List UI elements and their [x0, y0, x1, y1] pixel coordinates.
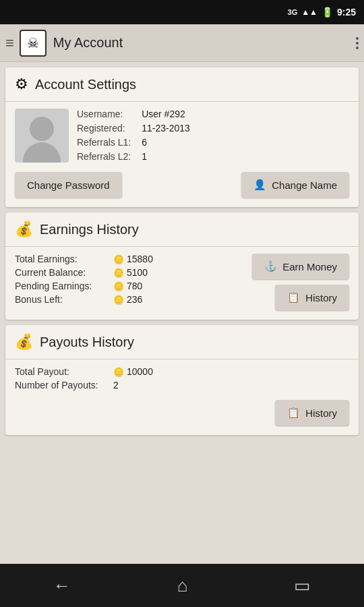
num-payouts-value: 2 [113, 380, 119, 391]
anchor-icon: ⚓ [264, 260, 277, 272]
more-options-button[interactable] [356, 37, 359, 49]
account-info-table: Username: User #292 Registered: 11-23-20… [77, 109, 190, 163]
total-earnings-label: Total Earnings: [15, 254, 109, 264]
change-name-label: Change Name [272, 179, 337, 191]
back-button[interactable]: ← [40, 569, 84, 603]
account-actions: Change Password 👤 Change Name [5, 172, 359, 198]
earnings-icon: 💰 [15, 221, 33, 238]
pending-earnings-value: 780 [113, 281, 142, 291]
network-indicator: 3G [288, 8, 298, 16]
coins-icon-4 [113, 294, 124, 305]
payouts-history-label: History [305, 407, 337, 419]
person-icon: 👤 [253, 179, 266, 191]
total-payout-value: 10000 [113, 366, 153, 377]
account-settings-card: ⚙ Account Settings Username: User #292 R… [5, 67, 359, 207]
bonus-left-row: Bonus Left: 236 [15, 294, 245, 305]
registered-value: 11-23-2013 [142, 123, 190, 134]
change-name-button[interactable]: 👤 Change Name [241, 172, 349, 198]
pending-earnings-label: Pending Earnings: [15, 281, 109, 291]
payouts-history-header: 💰 Payouts History [5, 325, 359, 359]
referrals-l1-label: Referrals L1: [77, 137, 131, 148]
earn-money-button[interactable]: ⚓ Earn Money [252, 254, 349, 279]
total-payout-row: Total Payout: 10000 [15, 366, 349, 377]
current-balance-row: Current Balance: 5100 [15, 267, 245, 278]
account-info-section: Username: User #292 Registered: 11-23-20… [5, 109, 359, 163]
status-bar: 3G ▲▲ 🔋 9:25 [0, 0, 364, 24]
coins-icon-3 [113, 281, 124, 291]
recent-icon: ▭ [294, 575, 311, 596]
skull-icon: ☠ [27, 35, 39, 51]
main-content: ⚙ Account Settings Username: User #292 R… [0, 62, 364, 564]
total-payout-label: Total Payout: [15, 366, 109, 377]
current-balance-value: 5100 [113, 267, 148, 278]
coins-icon-5 [113, 366, 124, 377]
bonus-left-value: 236 [113, 294, 142, 305]
hamburger-menu[interactable]: ≡ [5, 34, 14, 52]
change-password-button[interactable]: Change Password [15, 172, 122, 198]
coins-icon-2 [113, 267, 124, 278]
earnings-layout: Total Earnings: 15880 Current Balance: 5… [5, 254, 359, 310]
earnings-history-label: History [305, 292, 337, 304]
payouts-history-button[interactable]: 📋 History [275, 400, 349, 426]
page-title: My Account [53, 35, 356, 51]
total-earnings-value: 15880 [113, 254, 153, 264]
earnings-history-header: 💰 Earnings History [5, 212, 359, 247]
account-settings-title: Account Settings [35, 77, 136, 92]
earnings-history-button[interactable]: 📋 History [275, 285, 349, 310]
bonus-left-label: Bonus Left: [15, 294, 109, 305]
app-bar: ≡ ☠ My Account [0, 24, 364, 62]
coins-icon-1 [113, 254, 124, 264]
clock: 9:25 [337, 7, 356, 18]
earn-money-label: Earn Money [282, 261, 337, 272]
app-logo: ☠ [20, 30, 47, 57]
pending-earnings-row: Pending Earnings: 780 [15, 281, 245, 291]
earnings-stats: Total Earnings: 15880 Current Balance: 5… [15, 254, 245, 310]
payouts-actions: 📋 History [5, 400, 359, 426]
list-icon-1: 📋 [287, 291, 300, 304]
payouts-history-title: Payouts History [40, 335, 134, 350]
payouts-icon: 💰 [15, 333, 33, 351]
current-balance-label: Current Balance: [15, 267, 109, 278]
username-label: Username: [77, 109, 131, 119]
earnings-history-card: 💰 Earnings History Total Earnings: 15880… [5, 212, 359, 320]
earnings-actions: ⚓ Earn Money 📋 History [252, 254, 349, 310]
username-value: User #292 [142, 109, 190, 119]
home-button[interactable]: ⌂ [164, 569, 202, 603]
recent-apps-button[interactable]: ▭ [280, 569, 324, 603]
home-icon: ⌂ [177, 575, 188, 596]
signal-icon: ▲▲ [301, 7, 317, 17]
total-earnings-row: Total Earnings: 15880 [15, 254, 245, 264]
avatar [15, 109, 69, 163]
referrals-l2-label: Referrals L2: [77, 151, 131, 162]
battery-icon: 🔋 [322, 7, 333, 18]
account-settings-header: ⚙ Account Settings [5, 67, 359, 102]
nav-bar: ← ⌂ ▭ [0, 564, 364, 607]
settings-icon: ⚙ [15, 76, 28, 93]
num-payouts-row: Number of Payouts: 2 [15, 380, 349, 391]
back-icon: ← [53, 575, 71, 596]
registered-label: Registered: [77, 123, 131, 134]
payouts-stats: Total Payout: 10000 Number of Payouts: 2 [5, 366, 359, 391]
referrals-l2-value: 1 [142, 151, 190, 162]
list-icon-2: 📋 [287, 407, 300, 419]
payouts-history-card: 💰 Payouts History Total Payout: 10000 Nu… [5, 325, 359, 435]
earnings-history-title: Earnings History [40, 222, 139, 237]
num-payouts-label: Number of Payouts: [15, 380, 109, 391]
referrals-l1-value: 6 [142, 137, 190, 148]
